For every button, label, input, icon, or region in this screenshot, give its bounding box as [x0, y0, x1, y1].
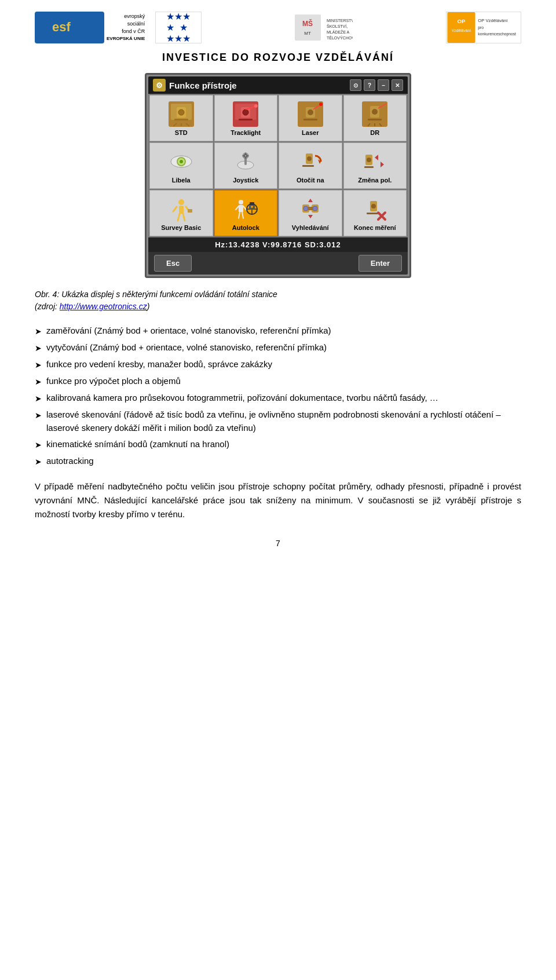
grid-cell-joystick[interactable]: Joystick: [214, 142, 278, 189]
tracklight-icon: [233, 101, 258, 127]
esc-button[interactable]: Esc: [154, 255, 192, 272]
device-screen: ⚙ Funkce přístroje ⊙ ? – ✕: [145, 73, 411, 278]
eu-logo: ★★★★ ★★★★: [155, 12, 202, 43]
laser-icon: [298, 101, 323, 127]
msmt-logo: MŠ MT MINISTERSTVO ŠKOLSTVÍ, MLÁDEŽE A T…: [295, 12, 353, 43]
grid-cell-zmena[interactable]: Změna pol.: [343, 142, 407, 189]
body-paragraph-1: V případě měření nadbytečného počtu veli…: [35, 480, 521, 521]
list-item: ➤ laserové skenování (řádově až tisíc bo…: [35, 408, 521, 434]
svg-rect-76: [188, 209, 192, 213]
svg-text:esf: esf: [52, 20, 71, 34]
autolock-icon: [233, 196, 258, 222]
svg-text:MŠ: MŠ: [302, 19, 313, 28]
device-footer: Esc Enter: [148, 252, 408, 275]
list-item: ➤ kinematické snímání bodů (zamknutí na …: [35, 438, 521, 451]
survey-icon: [169, 196, 194, 222]
grid-cell-laser[interactable]: Laser: [279, 95, 342, 141]
svg-rect-71: [179, 206, 184, 214]
device-titlebar: ⚙ Funkce přístroje ⊙ ? – ✕: [148, 76, 408, 94]
list-item: ➤ zaměřování (Známý bod + orientace, vol…: [35, 324, 521, 338]
list-item-text-4: funkce pro výpočet ploch a objemů: [46, 375, 181, 388]
svg-point-47: [180, 160, 183, 163]
svg-text:ŠKOLSTVÍ,: ŠKOLSTVÍ,: [327, 24, 348, 28]
svg-point-18: [178, 109, 184, 115]
grid-cell-libela[interactable]: Libela: [149, 142, 213, 189]
bullet-arrow-3: ➤: [35, 359, 42, 371]
bullet-arrow-6: ➤: [35, 409, 42, 422]
grid-cell-tracklight[interactable]: Tracklight: [214, 95, 278, 141]
btn-close[interactable]: ✕: [392, 79, 403, 91]
bullet-arrow-7: ➤: [35, 439, 42, 451]
otocit-label: Otočit na: [297, 177, 324, 184]
svg-point-26: [243, 109, 248, 115]
bullet-arrow-2: ➤: [35, 342, 42, 354]
svg-point-38: [372, 109, 378, 115]
svg-text:MINISTERSTVO: MINISTERSTVO: [327, 19, 353, 23]
svg-point-94: [303, 206, 308, 211]
svg-rect-79: [239, 205, 243, 212]
list-item-text-5: kalibrovaná kamera pro průsekovou fotogr…: [46, 392, 438, 405]
svg-point-95: [313, 206, 317, 211]
grid-cell-otocit[interactable]: Otočit na: [279, 142, 342, 189]
titlebar-text: Funkce přístroje: [169, 81, 237, 90]
svg-point-60: [307, 156, 312, 161]
svg-point-34: [319, 103, 323, 106]
header-logos: esf evropskýsociálnífond v ČREVROPSKÁ UN…: [35, 12, 521, 43]
grid-cell-std[interactable]: STD: [149, 95, 213, 141]
svg-text:pro: pro: [478, 25, 484, 30]
svg-point-100: [371, 204, 376, 209]
survey-label: Survey Basic: [161, 224, 201, 231]
otocit-icon: [298, 149, 323, 174]
svg-rect-93: [308, 207, 313, 210]
enter-button[interactable]: Enter: [359, 255, 402, 272]
grid-cell-vyhledavani[interactable]: Vyhledávání: [279, 190, 342, 236]
svg-text:MLÁDEŽE A: MLÁDEŽE A: [327, 30, 350, 34]
dr-label: DR: [370, 129, 379, 136]
btn-minimize[interactable]: –: [378, 79, 389, 91]
autolock-label: Autolock: [232, 224, 259, 231]
bullet-arrow-8: ➤: [35, 456, 42, 468]
svg-text:TĚLOVÝCHOVY: TĚLOVÝCHOVY: [327, 35, 353, 40]
device-grid: STD Tracklight: [148, 94, 408, 237]
btn-connect[interactable]: ⊙: [350, 79, 361, 91]
konec-icon: [362, 196, 387, 222]
figure-caption: Obr. 4: Ukázka displej s některými funkc…: [35, 288, 521, 313]
svg-point-28: [254, 104, 258, 108]
caption-source-suffix: ): [147, 302, 150, 311]
grid-cell-autolock[interactable]: Autolock: [214, 190, 278, 236]
svg-text:Vzdělávání: Vzdělávání: [452, 28, 471, 32]
laser-label: Laser: [302, 129, 319, 136]
svg-point-70: [178, 199, 184, 205]
svg-point-65: [367, 158, 371, 162]
svg-point-78: [239, 200, 243, 204]
feature-list: ➤ zaměřování (Známý bod + orientace, vol…: [35, 324, 521, 468]
esf-text: evropskýsociálnífond v ČREVROPSKÁ UNIE: [107, 13, 145, 42]
svg-rect-35: [303, 119, 317, 120]
list-item-text-3: funkce pro vedení kresby, manažer bodů, …: [46, 358, 272, 371]
btn-info[interactable]: ?: [364, 79, 375, 91]
op-logo: OP Vzdělávání OP Vzdělávání pro konkuren…: [446, 12, 521, 43]
list-item: ➤ funkce pro výpočet ploch a objemů: [35, 375, 521, 388]
esf-logo: esf: [35, 12, 104, 43]
list-item-text-6: laserové skenování (řádově až tisíc bodů…: [46, 408, 521, 434]
grid-cell-konec[interactable]: Konec měření: [343, 190, 407, 236]
joystick-label: Joystick: [233, 177, 258, 184]
svg-rect-9: [447, 12, 475, 43]
titlebar-controls: ⊙ ? – ✕: [350, 79, 403, 91]
svg-rect-19: [174, 119, 188, 120]
logo-left-group: esf evropskýsociálnífond v ČREVROPSKÁ UN…: [35, 12, 202, 43]
bullet-arrow-1: ➤: [35, 326, 42, 338]
joystick-icon: [233, 149, 258, 174]
list-item-text-7: kinematické snímání bodů (zamknutí na hr…: [46, 438, 229, 451]
libela-icon: [169, 149, 194, 174]
vyhledavani-label: Vyhledávání: [292, 224, 329, 231]
eu-stars: ★★★★ ★★★★: [166, 11, 191, 44]
svg-point-89: [251, 206, 253, 208]
titlebar-icon: ⚙: [153, 79, 166, 92]
grid-cell-dr[interactable]: DR: [343, 95, 407, 141]
list-item-text-1: zaměřování (Známý bod + orientace, volné…: [46, 324, 331, 338]
caption-source-url[interactable]: http://www.geotronics.cz: [60, 302, 147, 311]
std-icon: [169, 101, 194, 127]
grid-cell-survey[interactable]: Survey Basic: [149, 190, 213, 236]
zmena-label: Změna pol.: [358, 177, 392, 184]
